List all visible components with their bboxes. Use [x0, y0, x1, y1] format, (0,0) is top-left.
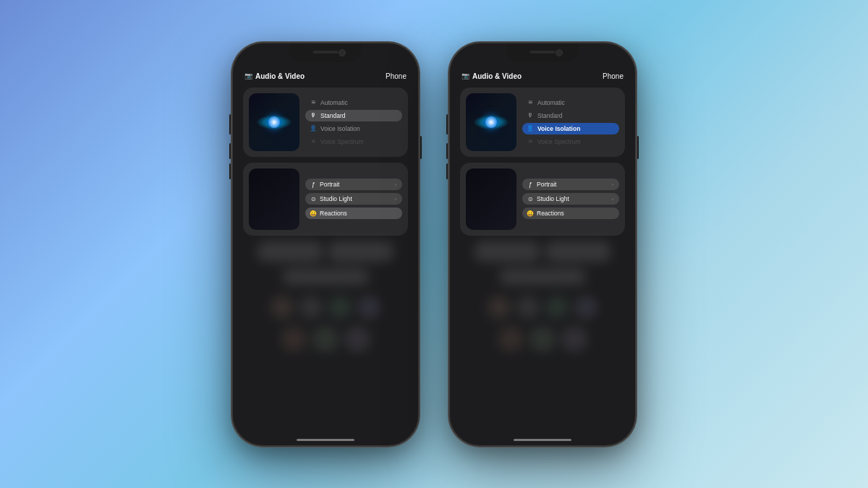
screen-content-right: 📷 Audio & Video Phone ≋ A [450, 65, 635, 445]
portrait-btn-left[interactable]: ƒ Portrait › [305, 179, 402, 190]
notch-right [506, 43, 579, 62]
standard-label-right: Standard [537, 112, 563, 119]
video-preview-left [249, 168, 299, 230]
portrait-label-left: Portrait [320, 181, 339, 188]
blur-circles-2-left [243, 326, 408, 352]
blur-row-1-right [460, 241, 625, 262]
option-automatic-left[interactable]: ≋ Automatic [305, 97, 402, 108]
reactions-btn-left[interactable]: 😀 Reactions [305, 207, 402, 219]
blur-circle-r7 [561, 326, 587, 352]
voice-spectrum-icon-right: ≋ [527, 138, 534, 145]
blur-dot-2 [328, 241, 393, 262]
studio-light-label-right: Studio Light [537, 195, 569, 202]
blurred-content-left [243, 241, 408, 352]
reactions-btn-right[interactable]: 😀 Reactions [522, 207, 619, 219]
notch-left [289, 43, 362, 62]
option-voice-isolation-right[interactable]: 👤 Voice Isolation [522, 123, 619, 134]
power-button-right [637, 136, 639, 159]
camera-icon-right: 📷 [461, 72, 469, 80]
header-title-left: 📷 Audio & Video [244, 72, 305, 80]
video-section-right: ƒ Portrait › ⊙ Studio Light › [460, 163, 625, 236]
blur-circles-left [243, 296, 408, 319]
blur-dot-r3 [499, 269, 586, 285]
screen-content-left: 📷 Audio & Video Phone ≋ A [233, 65, 418, 445]
reactions-label-right: Reactions [537, 210, 564, 217]
reactions-label-left: Reactions [320, 210, 347, 217]
blur-circle-3 [328, 296, 352, 319]
portrait-label-right: Portrait [537, 181, 556, 188]
reactions-left-content: 😀 Reactions [310, 210, 347, 217]
header-title-right: 📷 Audio & Video [461, 72, 522, 80]
home-indicator-left [297, 439, 354, 441]
phone-screen-left: 📷 Audio & Video Phone ≋ A [233, 43, 418, 445]
blur-circle-6 [312, 326, 339, 352]
blur-circle-r4 [574, 296, 597, 319]
portrait-chevron-right: › [612, 182, 613, 187]
portrait-chevron-left: › [395, 182, 396, 187]
blur-circle-4 [357, 296, 380, 319]
notch-camera-left [339, 49, 346, 56]
voice-isolation-icon-right: 👤 [527, 125, 534, 132]
reactions-icon-right: 😀 [527, 210, 534, 217]
automatic-label-left: Automatic [320, 99, 348, 106]
audio-preview-left [249, 93, 299, 151]
studio-light-btn-left[interactable]: ⊙ Studio Light › [305, 193, 402, 205]
audio-section-left: ≋ Automatic 🎙 Standard 👤 Voice Isolation [243, 87, 408, 157]
portrait-right-content: ƒ Portrait [527, 181, 556, 188]
preview-mic-right [485, 116, 497, 128]
reactions-icon-left: 😀 [310, 210, 317, 217]
automatic-icon-right: ≋ [527, 99, 534, 106]
screen-header-left: 📷 Audio & Video Phone [243, 72, 408, 80]
blur-circle-5 [281, 326, 307, 352]
studio-icon-right: ⊙ [527, 196, 534, 202]
blur-row-2-left [243, 269, 408, 285]
studio-right-content: ⊙ Studio Light [527, 195, 569, 202]
studio-light-label-left: Studio Light [320, 195, 352, 202]
option-standard-right[interactable]: 🎙 Standard [522, 110, 619, 121]
blur-circle-r6 [529, 326, 556, 352]
power-button [420, 136, 422, 159]
studio-chevron-left: › [395, 197, 396, 202]
option-voice-spectrum-left: ≋ Voice Spectrum [305, 136, 402, 147]
portrait-icon-right: ƒ [527, 181, 534, 188]
option-voice-isolation-left[interactable]: 👤 Voice Isolation [305, 123, 402, 134]
audio-section-right: ≋ Automatic 🎙 Standard 👤 Voice Isolation [460, 87, 625, 157]
reactions-right-content: 😀 Reactions [527, 210, 564, 217]
blur-dot-1 [258, 241, 323, 262]
blur-circle-r3 [545, 296, 569, 319]
video-section-left: ƒ Portrait › ⊙ Studio Light › [243, 163, 408, 236]
phone-screen-right: 📷 Audio & Video Phone ≋ A [450, 43, 635, 445]
preview-mic-left [268, 116, 280, 128]
camera-icon-left: 📷 [244, 72, 252, 80]
speaker-right [530, 51, 556, 53]
blur-circle-1 [271, 296, 294, 319]
video-options-left: ƒ Portrait › ⊙ Studio Light › [305, 168, 402, 230]
screen-header-right: 📷 Audio & Video Phone [460, 72, 625, 80]
audio-video-title-left: Audio & Video [255, 72, 305, 80]
studio-left-content: ⊙ Studio Light [310, 195, 352, 202]
option-automatic-right[interactable]: ≋ Automatic [522, 97, 619, 108]
phone-label-right: Phone [603, 72, 624, 80]
blur-row-1-left [243, 241, 408, 262]
home-indicator-right [514, 439, 571, 441]
video-options-right: ƒ Portrait › ⊙ Studio Light › [522, 168, 619, 230]
portrait-btn-right[interactable]: ƒ Portrait › [522, 179, 619, 190]
studio-chevron-right: › [612, 197, 613, 202]
audio-options-right: ≋ Automatic 🎙 Standard 👤 Voice Isolation [522, 93, 619, 151]
automatic-icon-left: ≋ [310, 99, 317, 106]
blur-dot-3 [282, 269, 369, 285]
standard-icon-right: 🎙 [527, 112, 534, 119]
phone-left: 📷 Audio & Video Phone ≋ A [231, 42, 420, 447]
speaker-left [313, 51, 339, 53]
blur-circles-right [460, 296, 625, 319]
video-preview-right [466, 168, 516, 230]
phone-right: 📷 Audio & Video Phone ≋ A [448, 42, 637, 447]
audio-video-title-right: Audio & Video [472, 72, 522, 80]
studio-light-btn-right[interactable]: ⊙ Studio Light › [522, 193, 619, 205]
studio-icon-left: ⊙ [310, 196, 317, 202]
blur-circle-r1 [488, 296, 511, 319]
option-voice-spectrum-right: ≋ Voice Spectrum [522, 136, 619, 147]
option-standard-left[interactable]: 🎙 Standard [305, 110, 402, 121]
standard-label-left: Standard [320, 112, 346, 119]
voice-spectrum-label-right: Voice Spectrum [537, 138, 581, 145]
